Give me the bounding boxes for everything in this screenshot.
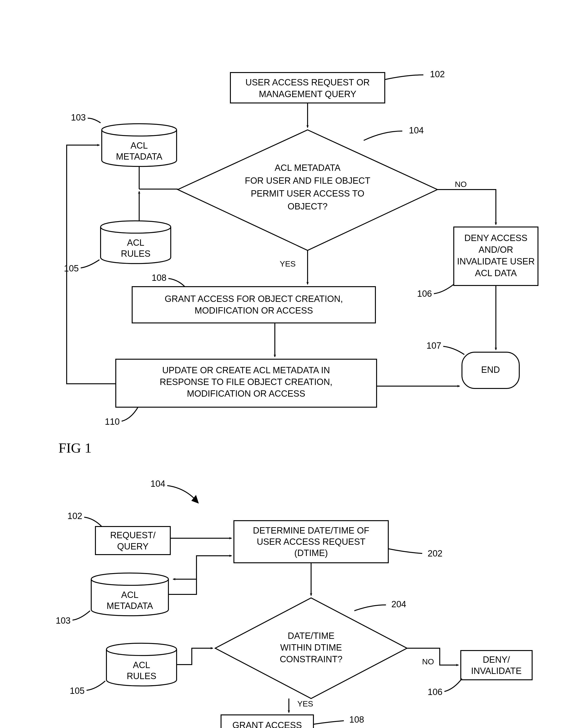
node-108-grant-access: GRANT ACCESS FOR OBJECT CREATION, MODIFI… [132, 273, 375, 323]
node-105-line-2: RULES [121, 249, 151, 259]
fig2-ref-102: 102 [67, 511, 82, 521]
edge-no-label: NO [455, 180, 467, 189]
node-104-line-3: PERMIT USER ACCESS TO [251, 189, 364, 198]
fig2-node-103-line-2: METADATA [107, 601, 153, 611]
fig1-caption: FIG 1 [59, 440, 92, 456]
fig2-edge-no-label: NO [422, 657, 434, 666]
ref-103: 103 [71, 113, 86, 122]
fig2-node-105-line-2: RULES [127, 671, 157, 681]
fig2-ref-202: 202 [427, 549, 442, 558]
ref-108: 108 [152, 273, 166, 283]
edge-yes-label: YES [280, 259, 295, 268]
node-105-acl-rules: ACL RULES 105 [64, 221, 171, 273]
fig2-node-102-line-1: REQUEST/ [110, 530, 156, 540]
ref-106: 106 [417, 289, 432, 299]
ref-104: 104 [409, 125, 424, 135]
node-102-line-2: MANAGEMENT QUERY [259, 89, 356, 99]
fig2-node-108-line-1: GRANT ACCESS [232, 720, 302, 728]
node-104-acl-decision: ACL METADATA FOR USER AND FILE OBJECT PE… [178, 125, 437, 250]
fig2-ref-106: 106 [427, 687, 442, 697]
ref-104-fig2: 104 [150, 479, 165, 489]
node-108-line-2: MODIFICATION OR ACCESS [195, 306, 313, 315]
node-106-line-4: ACL DATA [475, 268, 517, 278]
ref-107: 107 [426, 341, 441, 351]
fig2-ref-104: 104 [150, 479, 199, 504]
node-103-line-1: ACL [131, 141, 148, 150]
node-103-line-2: METADATA [116, 152, 163, 161]
node-105-acl-rules-fig2: ACL RULES 105 [70, 643, 177, 696]
fig2-ref-103: 103 [56, 616, 70, 626]
node-110-line-3: MODIFICATION OR ACCESS [187, 389, 305, 399]
ref-110: 110 [105, 417, 120, 427]
node-110-update-create: UPDATE OR CREATE ACL METADATA IN RESPONS… [105, 359, 376, 427]
diagram-canvas: USER ACCESS REQUEST OR MANAGEMENT QUERY … [0, 0, 563, 728]
node-103-acl-metadata-fig2: ACL METADATA 103 [56, 573, 169, 626]
fig2-node-204-line-1: DATE/TIME [288, 631, 334, 641]
fig2-node-202-line-1: DETERMINE DATE/TIME OF [253, 526, 369, 535]
svg-rect-3 [132, 287, 375, 323]
fig2-node-202-line-3: (DTIME) [294, 548, 328, 558]
fig2-ref-105: 105 [70, 686, 84, 696]
fig2-node-106-line-1: DENY/ [483, 655, 510, 665]
fig-1: USER ACCESS REQUEST OR MANAGEMENT QUERY … [59, 69, 538, 456]
node-104-line-4: OBJECT? [287, 201, 327, 211]
node-104-line-1: ACL METADATA [275, 163, 340, 173]
node-105-line-1: ACL [127, 238, 144, 248]
node-106-deny-invalidate: DENY/ INVALIDATE 106 [427, 651, 532, 697]
node-102-user-access-request: USER ACCESS REQUEST OR MANAGEMENT QUERY … [231, 69, 445, 103]
fig2-node-103-line-1: ACL [121, 590, 139, 600]
fig2-ref-108: 108 [349, 715, 364, 724]
fig2-node-202-line-2: USER ACCESS REQUEST [257, 537, 365, 547]
fig-2: 104 REQUEST/ QUERY 102 DETERMINE DATE/TI… [56, 479, 532, 728]
node-103-acl-metadata: ACL METADATA 103 [71, 113, 177, 166]
node-110-line-1: UPDATE OR CREATE ACL METADATA IN [162, 365, 330, 375]
node-108-grant-access-fig2: GRANT ACCESS 108 [221, 715, 364, 728]
node-104-line-2: FOR USER AND FILE OBJECT [245, 176, 370, 186]
fig2-node-204-line-3: CONSTRAINT? [280, 654, 342, 664]
node-102-request-query: REQUEST/ QUERY 102 [67, 511, 170, 555]
node-107-line-1: END [481, 365, 500, 375]
node-102-line-1: USER ACCESS REQUEST OR [246, 77, 369, 87]
node-204-dtime-decision: DATE/TIME WITHIN DTIME CONSTRAINT? 204 [215, 598, 407, 699]
fig2-node-102-line-2: QUERY [117, 541, 149, 551]
node-106-deny-access: DENY ACCESS AND/OR INVALIDATE USER ACL D… [417, 227, 538, 299]
ref-102: 102 [430, 69, 445, 79]
node-108-line-1: GRANT ACCESS FOR OBJECT CREATION, [165, 294, 343, 304]
fig2-ref-204: 204 [391, 599, 406, 609]
fig2-edge-yes-label: YES [297, 699, 313, 708]
node-106-line-3: INVALIDATE USER [457, 256, 535, 266]
node-106-line-2: AND/OR [479, 245, 513, 255]
node-107-end: END 107 [426, 341, 519, 388]
node-202-determine-dtime: DETERMINE DATE/TIME OF USER ACCESS REQUE… [234, 521, 442, 563]
node-106-line-1: DENY ACCESS [464, 233, 527, 243]
fig2-node-204-line-2: WITHIN DTIME [280, 643, 342, 652]
node-110-line-2: RESPONSE TO FILE OBJECT CREATION, [160, 377, 332, 387]
fig2-node-106-line-2: INVALIDATE [471, 666, 522, 676]
fig2-node-105-line-1: ACL [133, 660, 150, 670]
ref-105: 105 [64, 263, 79, 273]
